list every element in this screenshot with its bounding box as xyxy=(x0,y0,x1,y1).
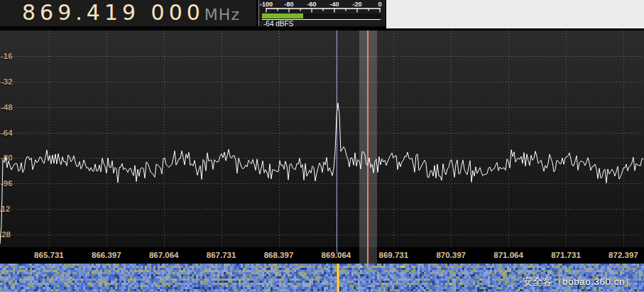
signal-strength-meter: -100-80-60-40-200 -64 dBFS xyxy=(258,0,386,26)
frequency-axis[interactable]: 865.731866.397867.064867.731868.397869.0… xyxy=(0,247,644,264)
top-bar: 869.419 000 MHz -100-80-60-40-200 -64 dB… xyxy=(0,0,644,31)
meter-level-bar xyxy=(262,13,303,18)
meter-bar-track xyxy=(262,13,381,18)
meter-tick-label: -20 xyxy=(352,1,361,8)
meter-scale-ruler xyxy=(259,8,386,13)
meter-tick-label: -80 xyxy=(284,1,293,8)
x-axis-label: 870.397 xyxy=(436,251,466,259)
x-axis-label: 871.064 xyxy=(493,251,523,259)
frequency-value[interactable]: 869.419 000 xyxy=(22,0,204,26)
window-background xyxy=(386,0,644,28)
meter-tick-label: -60 xyxy=(307,1,316,8)
x-axis-label: 871.731 xyxy=(551,251,581,259)
spectrum-plot[interactable]: -16-32-48-64-80-96-112-128 xyxy=(0,31,644,247)
spectrum-trace xyxy=(0,31,644,247)
x-axis-label: 872.397 xyxy=(608,251,638,259)
meter-tick-label: -40 xyxy=(329,1,339,8)
x-axis-label: 869.731 xyxy=(379,251,409,259)
watermark-text: 安全客（bobao.360.cn） xyxy=(523,276,635,288)
meter-tick-label: 0 xyxy=(378,1,381,8)
meter-reading: -64 dBFS xyxy=(263,20,293,28)
x-axis-label: 865.731 xyxy=(34,251,64,259)
waterfall-display[interactable]: 安全客（bobao.360.cn） xyxy=(0,264,644,292)
x-axis-label: 867.731 xyxy=(207,251,236,259)
x-axis-label: 868.397 xyxy=(264,251,294,259)
frequency-unit: MHz xyxy=(204,6,240,23)
sdr-app-window: 869.419 000 MHz -100-80-60-40-200 -64 dB… xyxy=(0,0,644,292)
x-axis-label: 867.064 xyxy=(149,251,179,259)
x-axis-label: 866.397 xyxy=(92,251,121,259)
frequency-display[interactable]: 869.419 000 MHz xyxy=(0,0,256,26)
meter-tick-labels: -100-80-60-40-200 xyxy=(259,1,386,8)
meter-tick-label: -100 xyxy=(260,1,273,8)
